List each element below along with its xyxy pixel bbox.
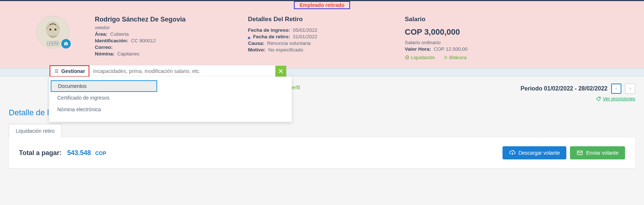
- salary-title: Salario: [405, 16, 529, 23]
- liquidacion-link[interactable]: Liquidación: [405, 55, 435, 60]
- total-label: Total a pagar:: [19, 149, 62, 156]
- gestionar-search-input[interactable]: [89, 66, 275, 76]
- total-value: 543.548: [67, 149, 91, 156]
- salary-hour: Valor Hora: COP 12.500,00: [405, 46, 529, 52]
- svg-point-3: [54, 28, 56, 30]
- tag-icon: [596, 96, 601, 101]
- ver-provisiones-link[interactable]: Ver provisiones: [596, 96, 635, 101]
- period-prev-button[interactable]: [611, 84, 621, 94]
- total-wrap: Total a pagar: 543.548 COP: [19, 149, 106, 157]
- total-card: Total a pagar: 543.548 COP Descargar vol…: [9, 138, 635, 168]
- period-next-button[interactable]: [625, 84, 635, 94]
- chevron-right-icon: [628, 87, 632, 90]
- list-icon: [443, 55, 448, 60]
- employee-nomina: Nómina: Capitanes: [95, 51, 226, 57]
- status-text: Empleado retirado: [294, 1, 350, 9]
- employee-ident: Identificación: CC 900012: [95, 38, 226, 43]
- bitacora-link[interactable]: Bitácora: [443, 55, 467, 60]
- employee-info-column: Rodrigo Sánchez De Segovia veedor Área: …: [95, 16, 226, 61]
- avatar-camera-button[interactable]: [61, 39, 71, 49]
- dropdown-item-certificado[interactable]: Certificado de ingresos: [49, 92, 159, 104]
- period-text: Periodo 01/02/2022 - 28/02/2022: [521, 85, 608, 92]
- gestionar-bar: Gestionar: [49, 65, 287, 77]
- retire-info-column: Detalles Del Retiro Fecha de ingreso: 05…: [248, 16, 383, 61]
- svg-point-4: [65, 43, 67, 45]
- menu-icon: [54, 69, 59, 74]
- retire-ingreso: Fecha de ingreso: 05/01/2022: [248, 27, 383, 33]
- perfil-tab-partial[interactable]: erfil: [292, 85, 300, 90]
- salary-type: Salario ordinario: [405, 40, 529, 45]
- gestionar-button[interactable]: Gestionar: [50, 65, 89, 77]
- cloud-download-icon: [509, 150, 516, 156]
- chevron-left-icon: [614, 87, 618, 90]
- employee-email: Correo:: [95, 45, 226, 50]
- retire-fecha: Fecha de retiro: 31/01/2022: [248, 34, 383, 39]
- tab-liquidacion-retiro[interactable]: Liquidación retiro: [9, 124, 62, 138]
- total-currency: COP: [95, 150, 106, 156]
- dropdown-item-nomina-electronica[interactable]: Nómina electrónica: [49, 104, 159, 115]
- salary-amount: COP 3,000,000: [405, 27, 529, 37]
- avatar-wrap: 1265: [36, 16, 69, 49]
- dot-icon: [248, 37, 250, 39]
- globe-icon: [405, 55, 410, 60]
- retire-title: Detalles Del Retiro: [248, 16, 383, 23]
- retire-motivo: Motivo: No especificado: [248, 47, 383, 53]
- salary-links: Liquidación Bitácora: [405, 55, 529, 61]
- salary-column: Salario COP 3,000,000 Salario ordinario …: [405, 16, 529, 61]
- mail-icon: [577, 150, 583, 156]
- gestionar-close-button[interactable]: [275, 66, 286, 77]
- dropdown-item-documentos[interactable]: Documentos: [51, 80, 157, 92]
- send-volante-button[interactable]: Enviar volante: [570, 146, 625, 159]
- close-icon: [278, 68, 284, 74]
- employee-area: Área: Cubierta: [95, 31, 226, 37]
- svg-point-2: [49, 28, 51, 30]
- tabs-row: Liquidación retiro: [9, 124, 635, 138]
- download-volante-button[interactable]: Descargar volante: [503, 146, 567, 159]
- retire-causa: Causa: Renuncia voluntaria: [248, 40, 383, 46]
- employee-header: 1265 Rodrigo Sánchez De Segovia veedor Á…: [0, 9, 644, 68]
- avatar-id-badge: 1265: [47, 40, 59, 46]
- status-banner: Empleado retirado: [0, 1, 644, 9]
- gestionar-dropdown: Documentos Certificado de ingresos Nómin…: [49, 77, 292, 122]
- employee-role: veedor: [95, 25, 226, 30]
- camera-icon: [63, 41, 69, 46]
- employee-name: Rodrigo Sánchez De Segovia: [95, 16, 226, 23]
- action-buttons: Descargar volante Enviar volante: [503, 146, 625, 159]
- svg-point-6: [599, 97, 600, 98]
